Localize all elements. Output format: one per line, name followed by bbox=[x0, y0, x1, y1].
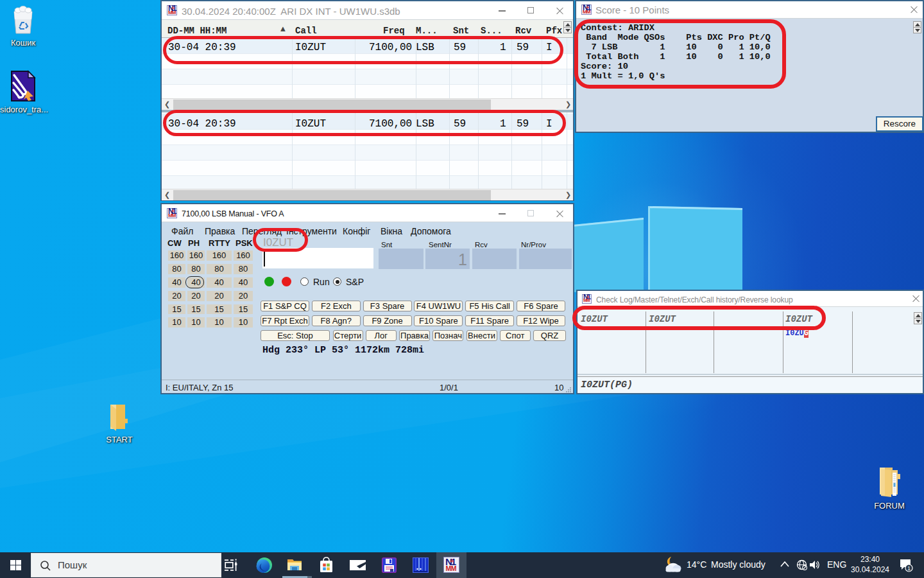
svg-text:1: 1 bbox=[907, 565, 911, 572]
